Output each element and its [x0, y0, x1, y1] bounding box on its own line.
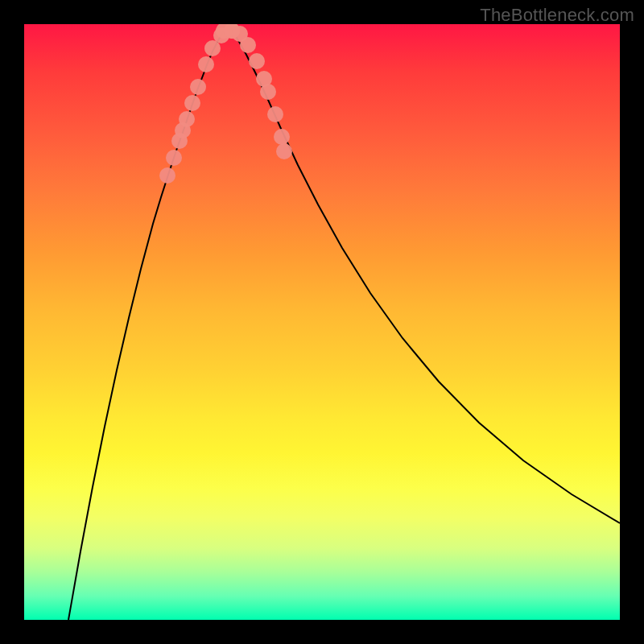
data-point [276, 143, 292, 159]
data-point [249, 53, 265, 69]
data-point [179, 111, 195, 127]
watermark-text: TheBottleneck.com [480, 5, 634, 26]
data-point [198, 56, 214, 72]
bottleneck-chart [24, 24, 620, 620]
data-point [184, 95, 200, 111]
chart-frame [24, 24, 620, 620]
data-point [190, 79, 206, 95]
curve-right [232, 31, 620, 523]
data-point [274, 129, 290, 145]
data-point [159, 167, 175, 184]
data-point [240, 37, 256, 53]
curve-left [68, 31, 224, 620]
data-point [267, 106, 283, 122]
data-point [260, 84, 276, 100]
data-point [166, 150, 182, 166]
